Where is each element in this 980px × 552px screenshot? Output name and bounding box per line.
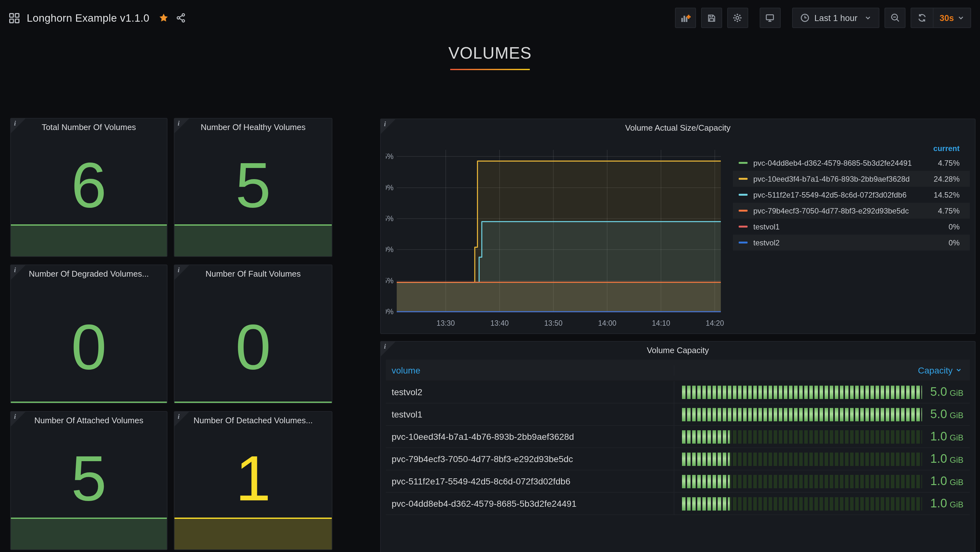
dashboard-settings-button[interactable] (727, 8, 748, 28)
panel-info-corner[interactable] (11, 412, 25, 426)
info-icon[interactable]: i (178, 119, 180, 128)
legend-row: pvc-04dd8eb4-d362-4579-8685-5b3d2fe24491… (733, 155, 970, 171)
legend-series-name[interactable]: pvc-10eed3f4-b7a1-4b76-893b-2bb9aef3628d (753, 174, 934, 183)
table-header-row: volume Capacity (386, 359, 970, 381)
svg-text:25%: 25% (386, 152, 393, 161)
stat-panel-title[interactable]: Number Of Detached Volumes... (175, 412, 332, 430)
capacity-unit: GiB (950, 477, 963, 487)
info-icon[interactable]: i (178, 412, 180, 421)
legend-series-name[interactable]: pvc-511f2e17-5549-42d5-8c6d-072f3d02fdb6 (753, 190, 934, 199)
stat-panel-title[interactable]: Number Of Degraded Volumes... (11, 265, 167, 283)
capacity-unit: GiB (950, 500, 963, 509)
legend-series-color (739, 210, 748, 212)
refresh-interval-picker[interactable]: 30s (933, 8, 970, 27)
svg-text:20%: 20% (386, 183, 393, 192)
volume-name-cell: pvc-79b4ecf3-7050-4d77-8bf3-e292d93be5dc (386, 448, 675, 470)
chevron-down-icon (957, 14, 965, 22)
gauge-fill (682, 497, 730, 510)
capacity-unit: GiB (950, 410, 963, 420)
capacity-cell: 1.0GiB (675, 471, 970, 492)
stat-panel-0: iTotal Number Of Volumes6 (10, 118, 167, 257)
legend-series-name[interactable]: testvol1 (753, 222, 948, 231)
add-panel-button[interactable] (675, 8, 696, 28)
svg-text:14:10: 14:10 (652, 319, 671, 327)
legend-series-name[interactable]: pvc-04dd8eb4-d362-4579-8685-5b3d2fe24491 (753, 158, 938, 168)
refresh-group: 30s (911, 8, 971, 28)
panel-info-corner[interactable] (175, 118, 189, 133)
refresh-button[interactable] (912, 8, 933, 27)
panel-info-corner[interactable] (11, 118, 25, 133)
panel-info-corner[interactable] (381, 119, 395, 134)
capacity-value: 5.0GiB (930, 407, 963, 421)
panel-info-corner[interactable] (381, 341, 395, 356)
panel-info-corner[interactable] (11, 265, 25, 280)
capacity-unit: GiB (950, 455, 963, 465)
navbar-toolbar: Last 1 hour (675, 8, 971, 28)
legend-series-name[interactable]: testvol2 (753, 238, 948, 247)
info-icon[interactable]: i (14, 119, 16, 128)
stat-panel-title[interactable]: Number Of Attached Volumes (11, 412, 167, 430)
capacity-bar-gauge (682, 385, 922, 399)
table-panel-title[interactable]: Volume Capacity (381, 341, 975, 359)
info-icon[interactable]: i (178, 266, 180, 274)
stat-value: 0 (175, 283, 332, 402)
chevron-down-icon (864, 14, 872, 22)
star-icon[interactable] (158, 13, 169, 23)
capacity-value: 5.0GiB (930, 385, 963, 399)
capacity-value: 1.0GiB (930, 496, 963, 511)
capacity-number: 5.0 (930, 407, 947, 421)
legend-series-name[interactable]: pvc-79b4ecf3-7050-4d77-8bf3-e292d93be5dc (753, 206, 938, 215)
volume-name-cell: pvc-511f2e17-5549-42d5-8c6d-072f3d02fdb6 (386, 471, 675, 492)
column-header-volume[interactable]: volume (386, 365, 675, 375)
info-icon[interactable]: i (384, 342, 386, 351)
gauge-fill (682, 475, 730, 488)
zoom-out-button[interactable] (885, 8, 906, 28)
legend-current-header[interactable]: current (733, 142, 970, 155)
table-row: pvc-511f2e17-5549-42d5-8c6d-072f3d02fdb6… (386, 471, 970, 493)
capacity-cell: 1.0GiB (675, 426, 970, 447)
svg-text:15%: 15% (386, 214, 393, 223)
stat-panel-title[interactable]: Total Number Of Volumes (11, 118, 167, 136)
stat-sparkline (175, 224, 332, 256)
capacity-unit: GiB (950, 433, 963, 442)
volume-name-cell: pvc-10eed3f4-b7a1-4b76-893b-2bb9aef3628d (386, 426, 675, 447)
chart-plot[interactable]: 0%5%10%15%20%25%13:3013:4013:5014:0014:1… (386, 137, 733, 333)
table-row: pvc-79b4ecf3-7050-4d77-8bf3-e292d93be5dc… (386, 448, 970, 471)
gauge-fill (682, 452, 730, 466)
svg-text:0%: 0% (386, 308, 393, 316)
stat-panel-1: iNumber Of Healthy Volumes5 (174, 118, 332, 257)
capacity-bar-gauge (682, 452, 922, 466)
stat-value: 6 (11, 136, 167, 224)
info-icon[interactable]: i (14, 266, 16, 274)
info-icon[interactable]: i (14, 412, 16, 421)
capacity-bar-gauge (682, 497, 922, 510)
time-range-picker[interactable]: Last 1 hour (792, 8, 880, 28)
cycle-view-button[interactable] (760, 8, 781, 28)
table-row: testvol15.0GiB (386, 404, 970, 426)
info-icon[interactable]: i (384, 120, 386, 128)
stat-panel-title[interactable]: Number Of Fault Volumes (175, 265, 332, 283)
stat-panel-5: iNumber Of Detached Volumes...1 (174, 411, 332, 550)
stat-panel-title[interactable]: Number Of Healthy Volumes (175, 118, 332, 136)
legend-row: pvc-79b4ecf3-7050-4d77-8bf3-e292d93be5dc… (733, 203, 970, 219)
svg-text:13:50: 13:50 (544, 319, 563, 327)
share-icon[interactable] (175, 13, 186, 23)
capacity-value: 1.0GiB (930, 474, 963, 488)
stat-sparkline (11, 402, 167, 403)
table-panel: i Volume Capacity volume Capacity testvo… (380, 341, 975, 552)
column-header-capacity[interactable]: Capacity (675, 365, 970, 375)
stat-sparkline (11, 518, 167, 549)
save-icon (707, 13, 716, 22)
chart-panel-title[interactable]: Volume Actual Size/Capacity (381, 119, 975, 137)
table-row: pvc-04dd8eb4-d362-4579-8685-5b3d2fe24491… (386, 493, 970, 515)
save-dashboard-button[interactable] (701, 8, 722, 28)
table-rows: testvol25.0GiBtestvol15.0GiBpvc-10eed3f4… (386, 381, 970, 515)
row-title-underline (450, 69, 530, 70)
dashboard-grid-icon[interactable] (9, 13, 20, 23)
panel-info-corner[interactable] (175, 265, 189, 280)
panel-info-corner[interactable] (175, 412, 189, 426)
legend-series-color (739, 242, 748, 244)
row-heading-volumes: VOLUMES (0, 43, 980, 70)
capacity-number: 1.0 (930, 496, 947, 510)
zoom-out-icon (890, 13, 900, 23)
